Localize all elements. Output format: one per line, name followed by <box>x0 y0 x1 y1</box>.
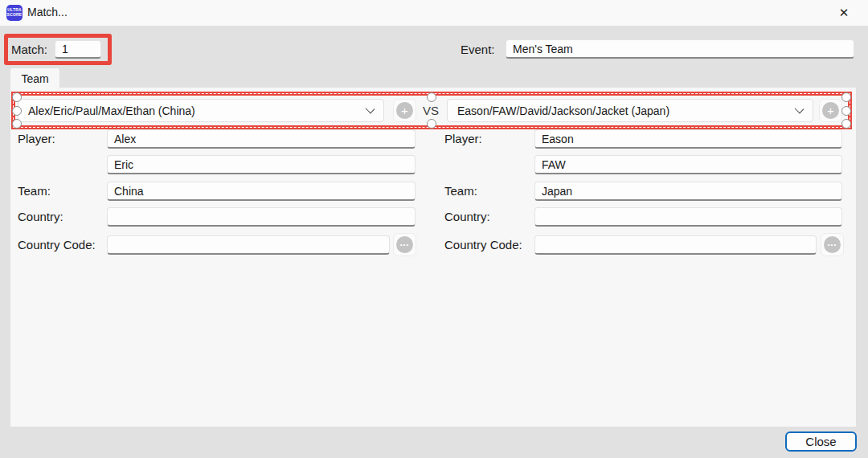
team-a-country-code-browse-button[interactable]: ••• <box>393 233 416 256</box>
team-a-country-code-input[interactable] <box>107 235 390 255</box>
team-b-country-label: Country: <box>444 210 490 223</box>
team-b-dropdown-value: Eason/FAW/David/Jackson/Jacket (Japan) <box>457 104 669 117</box>
team-b-team-input[interactable] <box>534 182 842 201</box>
match-number-input[interactable] <box>55 40 101 59</box>
selection-handle[interactable] <box>841 106 851 116</box>
app-logo-icon: ULTRA SCORE <box>6 5 23 21</box>
add-icon: + <box>396 102 413 119</box>
team-a-add-button[interactable]: + <box>393 99 416 122</box>
chevron-down-icon <box>795 104 805 114</box>
window-title: Match... <box>27 6 68 18</box>
team-a-dropdown-value: Alex/Eric/Paul/Max/Ethan (China) <box>28 104 195 117</box>
chevron-down-icon <box>366 104 375 114</box>
team-b-player2-input[interactable] <box>534 155 842 174</box>
event-label: Event: <box>461 43 495 56</box>
more-icon: ••• <box>824 236 841 253</box>
app-logo-text-bottom: SCORE <box>7 13 23 18</box>
tab-team[interactable]: Team <box>10 67 60 88</box>
window-close-button[interactable]: ✕ <box>833 4 855 22</box>
team-a-player1-input[interactable] <box>107 129 416 149</box>
team-b-dropdown[interactable]: Eason/FAW/David/Jackson/Jacket (Japan) <box>447 99 813 122</box>
vs-label: VS <box>423 104 439 117</box>
team-b-country-code-input[interactable] <box>534 235 817 255</box>
add-icon: + <box>822 102 839 119</box>
selection-handle[interactable] <box>841 119 851 129</box>
team-b-country-code-label: Country Code: <box>444 238 522 251</box>
team-a-team-label: Team: <box>18 184 51 198</box>
team-a-country-code-label: Country Code: <box>18 238 96 251</box>
team-b-team-label: Team: <box>444 184 477 198</box>
team-a-player2-input[interactable] <box>107 155 416 174</box>
team-a-country-input[interactable] <box>107 207 416 227</box>
selection-handle[interactable] <box>841 92 851 102</box>
team-a-country-label: Country: <box>18 210 63 223</box>
match-label: Match: <box>11 43 47 56</box>
team-b-country-code-browse-button[interactable]: ••• <box>821 233 844 256</box>
tab-team-label: Team <box>21 72 48 85</box>
selection-handle[interactable] <box>12 92 22 102</box>
more-icon: ••• <box>396 236 413 253</box>
event-input[interactable] <box>506 39 854 59</box>
close-button[interactable]: Close <box>785 431 857 452</box>
selection-handle[interactable] <box>427 119 436 129</box>
team-b-player1-input[interactable] <box>534 129 842 149</box>
title-bar: ULTRA SCORE Match... ✕ <box>0 0 868 26</box>
team-a-player-label: Player: <box>18 132 55 145</box>
team-b-player-label: Player: <box>444 132 482 145</box>
close-icon: ✕ <box>839 6 850 20</box>
selection-handle[interactable] <box>12 106 22 116</box>
selection-handle[interactable] <box>12 119 22 129</box>
team-b-add-button[interactable]: + <box>819 99 842 122</box>
close-button-label: Close <box>805 435 836 448</box>
team-b-country-input[interactable] <box>534 207 842 227</box>
selection-handle[interactable] <box>427 92 436 102</box>
team-a-team-input[interactable] <box>107 182 416 201</box>
team-a-dropdown[interactable]: Alex/Eric/Paul/Max/Ethan (China) <box>18 99 384 122</box>
